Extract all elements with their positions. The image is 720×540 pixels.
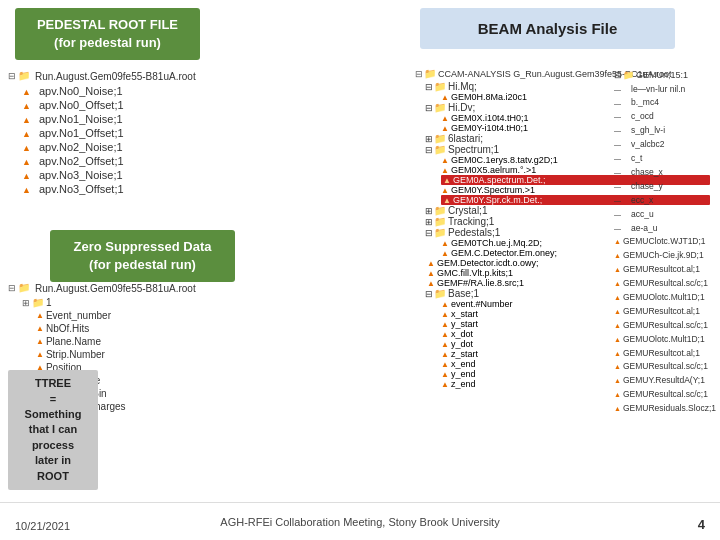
leaf-orange-16: ▲ — [441, 320, 449, 329]
right-result-item: ▲GEMUOlotc.Mult1D;1 — [614, 333, 720, 347]
folder-tracking-label: Tracking;1 — [448, 216, 494, 227]
zsup-tree-item: ▲Plane.Name — [36, 335, 218, 348]
right-result-item: ▲GEMUClotc.WJT1D;1 — [614, 235, 720, 249]
rr-dash: — — [614, 168, 621, 178]
right-result-item: —le—vn-lur nil.n — [614, 83, 720, 97]
folder-icon-3: 📁 — [32, 297, 44, 308]
pedestal-tree-item: apv.No2_Offset;1 — [8, 154, 208, 168]
rr-expand: ⊟ — [614, 69, 622, 82]
page-number: 4 — [698, 517, 705, 532]
right-result-item: —v_alcbc2 — [614, 138, 720, 152]
rr-leaf: ▲ — [614, 251, 621, 261]
footer: AGH-RFEi Collaboration Meeting, Stony Br… — [0, 502, 720, 540]
folder-crystal-icon: 📁 — [434, 205, 446, 216]
rr-leaf: ▲ — [614, 335, 621, 345]
folder-6lastar-label: 6lastari; — [448, 133, 483, 144]
leaf-orange-7: ▲ — [441, 186, 449, 195]
leaf-orange-9: ▲ — [441, 239, 449, 248]
zsup-tree-item: ▲Strip.Number — [36, 348, 218, 361]
rr-leaf: ▲ — [614, 321, 621, 331]
leaf-orange-2: ▲ — [441, 114, 449, 123]
leaf-icon — [22, 155, 36, 167]
right-result-item: ▲GEMUCh-Cie.jk.9D;1 — [614, 249, 720, 263]
rr-dash: — — [614, 196, 621, 206]
folder-spectrum-expand: ⊟ — [425, 145, 433, 155]
rr-dash: — — [614, 182, 621, 192]
folder-6lastar-expand: ⊞ — [425, 134, 433, 144]
folder-base-expand: ⊟ — [425, 289, 433, 299]
ttree-label: TTREE = Something that I can process lat… — [8, 370, 98, 490]
right-result-item: —acc_u — [614, 208, 720, 222]
right-result-item: ▲GEMUOlotc.Mult1D;1 — [614, 291, 720, 305]
pedestal-root-label: Run.August.Gem09fe55-B81uA.root — [35, 71, 196, 82]
right-result-item: ⊟📁GEMUn;15:1 — [614, 68, 720, 83]
pedestal-header: PEDESTAL ROOT FILE (for pedestal run) — [15, 8, 200, 60]
leaf-orange-21: ▲ — [441, 370, 449, 379]
right-result-item: —c_ocd — [614, 110, 720, 124]
leaf-icon-zsup: ▲ — [36, 337, 44, 346]
rr-leaf: ▲ — [614, 265, 621, 275]
pedestal-root-node[interactable]: ⊟ Run.August.Gem09fe55-B81uA.root — [8, 68, 208, 84]
folder-himq-icon: 📁 — [434, 81, 446, 92]
leaf-orange-15: ▲ — [441, 310, 449, 319]
folder-hidv-expand: ⊟ — [425, 103, 433, 113]
right-result-item: —b._mc4 — [614, 96, 720, 110]
rr-dash: — — [614, 154, 621, 164]
zsup-root-label: Run.August.Gem09fe55-B81uA.root — [35, 283, 196, 294]
folder-crystal-expand: ⊞ — [425, 206, 433, 216]
folder-spectrum-icon: 📁 — [434, 144, 446, 155]
folder-pedestals-icon: 📁 — [434, 227, 446, 238]
expand-icon-2: ⊟ — [8, 283, 16, 293]
folder-crystal-label: Crystal;1 — [448, 205, 487, 216]
rr-dash: — — [614, 112, 621, 122]
rr-leaf: ▲ — [614, 390, 621, 400]
leaf-icon — [22, 169, 36, 181]
expand-icon-3: ⊞ — [22, 298, 30, 308]
folder-himq-expand: ⊟ — [425, 82, 433, 92]
zsup-root-node[interactable]: ⊟ Run.August.Gem09fe55-B81uA.root — [8, 280, 218, 296]
folder-tracking-icon: 📁 — [434, 216, 446, 227]
zsup-folder-1[interactable]: ⊞ 📁 1 — [22, 296, 218, 309]
right-result-item: ▲GEMUResiduals.Slocz;1 — [614, 402, 720, 416]
zero-suppressed-box: Zero Suppressed Data (for pedestal run) — [50, 230, 235, 282]
leaf-orange-14: ▲ — [441, 300, 449, 309]
right-result-item: —ae-a_u — [614, 222, 720, 236]
leaf-orange-13: ▲ — [427, 279, 435, 288]
folder-himq-label: Hi.Mq; — [448, 81, 477, 92]
rr-dash: — — [614, 126, 621, 136]
pedestal-tree-item: apv.No3_Offset;1 — [8, 182, 208, 196]
rr-dash: — — [614, 140, 621, 150]
leaf-orange-18: ▲ — [441, 340, 449, 349]
right-result-item: ▲GEMUResultcal.sc/c;1 — [614, 277, 720, 291]
right-result-item: —ecc_x — [614, 194, 720, 208]
rr-dash: — — [614, 224, 621, 234]
pedestal-tree-item: apv.No1_Offset;1 — [8, 126, 208, 140]
zsup-tree-item: ▲Event_number — [36, 309, 218, 322]
right-result-item: ▲GEMUResultcot.al;1 — [614, 263, 720, 277]
pedestal-items: apv.No0_Noise;1apv.No0_Offset;1apv.No1_N… — [8, 84, 208, 196]
rr-dash: — — [614, 99, 621, 109]
folder-icon-2 — [18, 282, 32, 294]
leaf-orange-22: ▲ — [441, 380, 449, 389]
pedestal-tree-item: apv.No0_Offset;1 — [8, 98, 208, 112]
conference-label: AGH-RFEi Collaboration Meeting, Stony Br… — [220, 516, 499, 528]
leaf-orange-19: ▲ — [441, 350, 449, 359]
right-results-items: ⊟📁GEMUn;15:1—le—vn-lur nil.n—b._mc4—c_oc… — [614, 68, 720, 416]
right-result-item: ▲GEMUY.ResultdA(Y;1 — [614, 374, 720, 388]
zsup-tree-item: ▲NbOf.Hits — [36, 322, 218, 335]
rr-leaf: ▲ — [614, 237, 621, 247]
zsup-folder-label: 1 — [46, 297, 52, 308]
pedestal-tree-item: apv.No0_Noise;1 — [8, 84, 208, 98]
leaf-orange-4: ▲ — [441, 156, 449, 165]
beam-header: BEAM Analysis File — [420, 8, 675, 49]
leaf-icon-zsup: ▲ — [36, 350, 44, 359]
folder-tracking-expand: ⊞ — [425, 217, 433, 227]
rr-dash: — — [614, 85, 621, 95]
right-result-item: ▲GEMUResultcal.sc/c;1 — [614, 360, 720, 374]
leaf-orange-6: ▲ — [443, 176, 451, 185]
leaf-orange-1: ▲ — [441, 93, 449, 102]
leaf-orange-12: ▲ — [427, 269, 435, 278]
leaf-icon — [22, 183, 36, 195]
leaf-orange-8: ▲ — [443, 196, 451, 205]
right-result-item: —c_t — [614, 152, 720, 166]
